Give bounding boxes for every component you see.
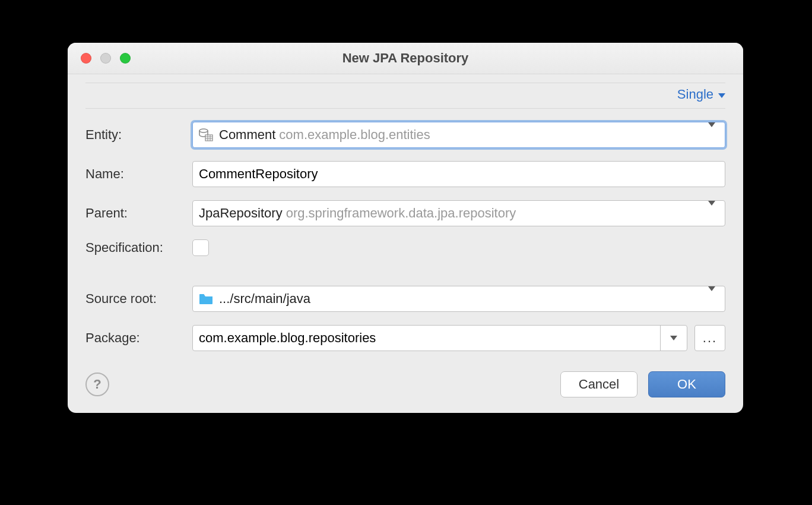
package-browse-button[interactable]: ... — [694, 325, 725, 351]
chevron-down-icon — [708, 291, 715, 307]
parent-label: Parent: — [85, 206, 192, 221]
parent-combobox[interactable]: JpaRepository org.springframework.data.j… — [192, 200, 725, 226]
package-input[interactable] — [199, 326, 681, 351]
name-field-wrapper — [192, 161, 725, 187]
package-label: Package: — [85, 330, 192, 346]
svg-point-0 — [199, 129, 208, 132]
chevron-down-icon — [708, 206, 715, 221]
ellipsis-icon: ... — [703, 330, 717, 346]
entity-package: com.example.blog.entities — [279, 127, 430, 143]
specification-label: Specification: — [85, 240, 192, 255]
window-title: New JPA Repository — [68, 50, 743, 66]
titlebar: New JPA Repository — [68, 43, 743, 74]
close-window-button[interactable] — [81, 53, 91, 64]
cancel-button[interactable]: Cancel — [560, 371, 637, 397]
minimize-window-button[interactable] — [100, 53, 111, 64]
chevron-down-icon — [708, 127, 715, 143]
entity-combobox[interactable]: Comment com.example.blog.entities — [192, 122, 725, 148]
parent-name: JpaRepository — [199, 206, 283, 221]
svg-rect-1 — [205, 135, 212, 141]
chevron-down-icon — [718, 93, 725, 98]
entity-name: Comment — [219, 127, 275, 143]
help-icon: ? — [93, 377, 101, 392]
entity-label: Entity: — [85, 127, 192, 143]
source-root-text: .../src/main/java — [219, 291, 310, 307]
name-label: Name: — [85, 166, 192, 182]
source-root-label: Source root: — [85, 291, 192, 307]
zoom-window-button[interactable] — [120, 53, 131, 64]
package-history-dropdown[interactable] — [660, 326, 687, 351]
chevron-down-icon — [670, 336, 677, 340]
name-input[interactable] — [199, 162, 719, 187]
help-button[interactable]: ? — [85, 373, 109, 396]
package-field — [192, 325, 687, 351]
specification-checkbox[interactable] — [192, 239, 209, 256]
parent-package: org.springframework.data.jpa.repository — [286, 206, 516, 221]
window-controls — [68, 53, 131, 64]
mode-label: Single — [677, 87, 713, 102]
new-jpa-repository-dialog: New JPA Repository Single Entity: — [68, 43, 743, 413]
source-root-dropdown[interactable]: .../src/main/java — [192, 286, 725, 312]
entity-icon — [199, 128, 213, 141]
mode-selector[interactable]: Single — [677, 87, 725, 102]
folder-icon — [199, 293, 213, 305]
mode-bar: Single — [85, 83, 725, 109]
ok-button[interactable]: OK — [648, 371, 725, 397]
